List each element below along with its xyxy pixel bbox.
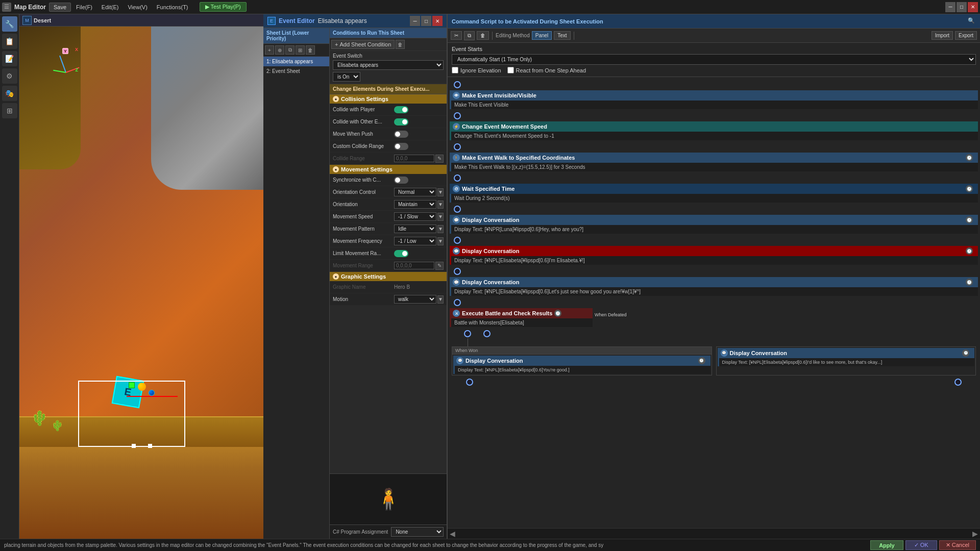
- sheet-insert-button[interactable]: ⊕: [275, 45, 284, 55]
- sheet-item-1[interactable]: 2: Event Sheet: [263, 66, 329, 76]
- menu-view[interactable]: View(V): [124, 3, 151, 11]
- sidebar-item-map-list[interactable]: 📋: [2, 34, 17, 49]
- movement-frequency-select[interactable]: -1 / Low: [394, 237, 436, 245]
- sheet-delete-button[interactable]: 🗑: [306, 45, 315, 55]
- export-button[interactable]: Export: [955, 31, 977, 40]
- connector-dot-4[interactable]: [454, 206, 461, 213]
- custom-collide-toggle[interactable]: [394, 143, 408, 150]
- collide-other-toggle[interactable]: [394, 118, 408, 126]
- sheet-paste-button[interactable]: ⊞: [296, 45, 305, 55]
- prog-assign-select[interactable]: None: [391, 527, 444, 537]
- collide-range-edit[interactable]: ✎: [435, 155, 444, 163]
- command-scroll-area[interactable]: 👁 Make Event Invisible/Visible Make This…: [448, 77, 980, 528]
- save-button[interactable]: Save: [49, 3, 71, 12]
- limit-movement-toggle[interactable]: [394, 250, 408, 257]
- collide-range-input[interactable]: [394, 155, 434, 162]
- ok-button[interactable]: ✓ OK: [905, 540, 937, 550]
- menu-file[interactable]: File(F): [72, 3, 96, 11]
- bottom-dot-2[interactable]: [954, 379, 962, 386]
- plus-icon: +: [335, 41, 338, 47]
- nav-arrows: ◀ ▶: [448, 528, 980, 539]
- motion-edit[interactable]: ▼: [437, 295, 444, 304]
- menu-functions[interactable]: Functions(T): [153, 3, 192, 11]
- connector-dot-1[interactable]: [454, 112, 461, 119]
- orientation-control-select[interactable]: Normal: [394, 188, 436, 196]
- map-area[interactable]: M Desert 🌵 🌵 E: [19, 14, 263, 539]
- text-button[interactable]: Text: [554, 31, 570, 40]
- conv3-block-header[interactable]: 💬 Display Conversation 🕐: [450, 277, 978, 287]
- orientation-edit[interactable]: ▼: [437, 201, 444, 209]
- orientation-control-edit[interactable]: ▼: [437, 188, 444, 196]
- collision-settings-header[interactable]: ● Collision Settings: [330, 94, 447, 104]
- cancel-button[interactable]: ✕ Cancel: [939, 540, 976, 550]
- visible-block-header[interactable]: 👁 Make Event Invisible/Visible: [450, 90, 978, 101]
- apply-button[interactable]: Apply: [870, 540, 903, 550]
- conv1-block-header[interactable]: 💬 Display Conversation 🕐: [450, 215, 978, 225]
- event-switch-select[interactable]: Elisabeta appears: [333, 60, 444, 70]
- delete-button[interactable]: 🗑: [477, 31, 489, 40]
- minimize-button[interactable]: ─: [945, 2, 955, 12]
- cut-button[interactable]: ✂: [451, 31, 462, 40]
- connector-dot-2[interactable]: [454, 143, 461, 151]
- maximize-button[interactable]: □: [957, 2, 967, 12]
- connector-dot-0[interactable]: [454, 81, 461, 88]
- event-editor-maximize[interactable]: □: [421, 16, 431, 26]
- collide-player-toggle[interactable]: [394, 106, 408, 113]
- movement-range-input[interactable]: [394, 262, 434, 269]
- sidebar-item-placed-list[interactable]: 📝: [2, 51, 17, 66]
- won-connector-dot[interactable]: [464, 330, 471, 337]
- ignore-elevation-checkbox[interactable]: Ignore Elevation: [452, 67, 501, 73]
- is-on-select[interactable]: is On: [333, 72, 360, 82]
- map-canvas[interactable]: 🌵 🌵 E: [19, 27, 263, 539]
- walk-block-header[interactable]: 🚶 Make Event Walk to Specified Coordinat…: [450, 153, 978, 163]
- movement-settings-header[interactable]: ● Movement Settings: [330, 165, 447, 174]
- panel-button[interactable]: Panel: [532, 31, 552, 40]
- move-when-push-toggle[interactable]: [394, 131, 408, 138]
- connector-dot-5[interactable]: [454, 237, 461, 244]
- sheet-item-0[interactable]: 1: Elisabeta appears: [263, 57, 329, 66]
- wait-block-header[interactable]: ⏱ Wait Specified Time 🕐: [450, 184, 978, 194]
- copy-button[interactable]: ⧉: [464, 31, 475, 40]
- movement-speed-edit[interactable]: ▼: [437, 213, 444, 221]
- speed-block-header[interactable]: ⚡ Change Event Movement Speed: [450, 121, 978, 132]
- react-from-ahead-checkbox[interactable]: React from One Step Ahead: [507, 67, 586, 73]
- movement-pattern-edit[interactable]: ▼: [437, 225, 444, 233]
- sheet-copy-button[interactable]: ⧉: [285, 45, 295, 55]
- movement-pattern-select[interactable]: Idle: [394, 224, 436, 233]
- close-button[interactable]: ✕: [968, 2, 978, 12]
- event-editor-minimize[interactable]: ─: [410, 16, 420, 26]
- battle-block-header[interactable]: ⚔ Execute Battle and Check Results 🕐: [450, 308, 593, 318]
- sidebar-item-common-events[interactable]: 🎭: [2, 86, 17, 101]
- orientation-select[interactable]: Maintain: [394, 200, 436, 209]
- sidebar-item-extras[interactable]: ⊞: [2, 103, 17, 118]
- sheet-add-button[interactable]: +: [265, 45, 274, 55]
- nav-right-icon[interactable]: ▶: [972, 530, 978, 538]
- battle-icon: ⚔: [453, 310, 460, 317]
- menu-edit[interactable]: Edit(E): [97, 3, 123, 11]
- search-icon[interactable]: 🔍: [968, 17, 976, 26]
- nav-left-icon[interactable]: ◀: [450, 530, 455, 538]
- graphic-settings-header[interactable]: ● Graphic Settings: [330, 272, 447, 281]
- connector-dot-7[interactable]: [454, 299, 461, 306]
- sidebar-item-tools[interactable]: 🔧: [2, 16, 17, 32]
- movement-range-edit[interactable]: ✎: [435, 262, 444, 270]
- conv2-block-header[interactable]: 💬 Display Conversation 🕐: [450, 246, 978, 256]
- import-button[interactable]: Import: [932, 31, 953, 40]
- sidebar-item-settings[interactable]: ⚙: [2, 68, 17, 84]
- test-play-button[interactable]: ▶ Test Play(P): [200, 2, 247, 12]
- connector-dot-3[interactable]: [454, 174, 461, 182]
- event-starts-select[interactable]: Automatically Start (1 Time Only): [452, 54, 976, 65]
- condition-delete-button[interactable]: 🗑: [396, 40, 405, 49]
- won-conv-header[interactable]: 💬 Display Conversation 🕐: [453, 356, 710, 366]
- bottom-dot-1[interactable]: [466, 379, 473, 386]
- connector-dot-6[interactable]: [454, 268, 461, 275]
- motion-select[interactable]: walk: [394, 295, 436, 304]
- defeated-connector-dot[interactable]: [483, 330, 491, 337]
- movement-frequency-edit[interactable]: ▼: [437, 237, 444, 245]
- event-editor-close[interactable]: ✕: [432, 16, 443, 26]
- add-condition-button[interactable]: + Add Sheet Condition: [331, 40, 395, 49]
- defeated-conv-header[interactable]: 💬 Display Conversation 🕐: [718, 348, 975, 358]
- selection-box[interactable]: [78, 381, 185, 447]
- sync-toggle[interactable]: [394, 177, 408, 184]
- movement-speed-select[interactable]: -1 / Slow: [394, 212, 436, 221]
